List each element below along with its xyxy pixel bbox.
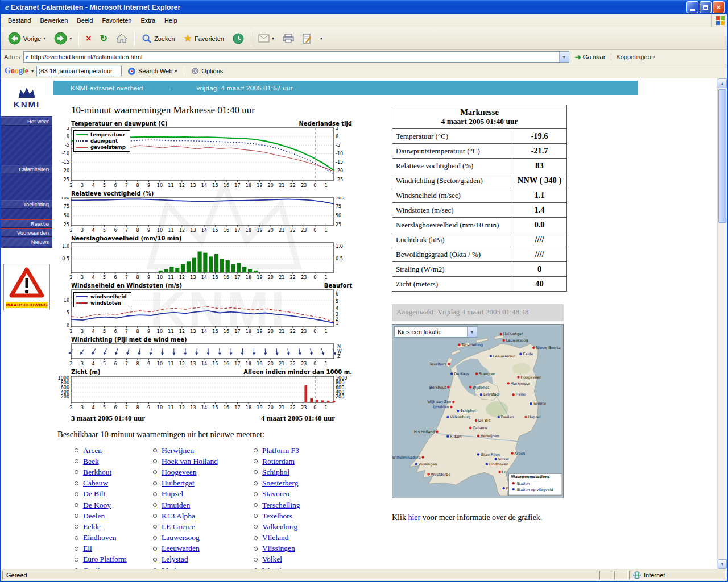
sidebar-item-toelichting[interactable]: Toelichting [1, 200, 52, 209]
bullet-icon [75, 525, 78, 529]
station-link[interactable]: Soesterberg [262, 479, 299, 488]
address-dropdown-icon[interactable]: ▼ [559, 52, 569, 62]
chart-title: Neerslaghoeveelheid (mm/10 min) [71, 235, 181, 242]
station-link[interactable]: Ell [83, 544, 92, 553]
chart-note: Alleen indien minder dan 1000 m. [243, 369, 352, 375]
scrollbar-thumb[interactable] [718, 89, 726, 223]
station-link[interactable]: Leeuwarden [162, 544, 200, 553]
sidebar-item-nieuws[interactable]: Nieuws [1, 238, 52, 246]
search-web-button[interactable]: Search Web ▾ [125, 66, 180, 77]
station-link[interactable]: Texelhors [262, 512, 292, 521]
refresh-button[interactable]: ↻ [97, 32, 111, 45]
station-link[interactable]: Deelen [83, 512, 105, 521]
bullet-icon [254, 503, 258, 507]
station-link[interactable]: Herwijnen [162, 446, 194, 455]
back-dropdown-icon[interactable]: ▾ [43, 36, 46, 41]
search-icon [142, 34, 152, 44]
location-select[interactable]: Kies een lokatie ▼ [394, 326, 477, 338]
menu-bestand[interactable]: Bestand [3, 15, 35, 26]
station-link[interactable]: Berkhout [83, 468, 111, 477]
links-menu[interactable]: Koppelingen » [611, 53, 655, 60]
mail-dropdown-icon[interactable]: ▾ [272, 36, 274, 41]
svg-text:20: 20 [268, 228, 274, 233]
stop-button[interactable]: × [82, 32, 94, 45]
scroll-down-button[interactable]: ▼ [718, 559, 727, 569]
station-link[interactable]: Schiphol [262, 468, 289, 477]
minimize-button[interactable] [686, 1, 698, 13]
go-button[interactable]: ➔ Ga naar [572, 52, 609, 63]
station-link[interactable]: Hupsel [162, 489, 183, 498]
select-chevron-down-icon[interactable]: ▼ [467, 327, 477, 337]
station-link[interactable]: Euro Platform [83, 555, 127, 564]
station-link[interactable]: Cabauw [83, 479, 108, 488]
station-link[interactable]: K13 Alpha [162, 512, 195, 521]
forward-button[interactable]: ▾ [51, 30, 75, 47]
favorites-button[interactable]: ★ Favorieten [180, 32, 228, 45]
search-web-dropdown-icon[interactable]: ▾ [175, 69, 177, 74]
history-button[interactable] [229, 31, 247, 47]
edit-button[interactable] [299, 31, 315, 46]
svg-text:5: 5 [67, 127, 69, 131]
svg-text:1: 1 [325, 405, 328, 410]
address-input[interactable] [31, 52, 559, 61]
close-button[interactable]: × [713, 1, 725, 13]
sidebar-item-voorwaarden[interactable]: Voorwaarden [1, 228, 52, 237]
station-link[interactable]: Hoogeveen [162, 468, 196, 477]
menu-beeld[interactable]: Beeld [72, 15, 97, 26]
station-link[interactable]: Beek [83, 457, 99, 466]
svg-text:21: 21 [279, 183, 284, 188]
station-link[interactable]: Stavoren [262, 489, 289, 498]
more-info-link[interactable]: hier [408, 513, 420, 522]
search-button[interactable]: Zoeken [138, 31, 179, 46]
station-link[interactable]: Vlissingen [262, 544, 295, 553]
station-link[interactable]: Valkenburg [262, 522, 297, 531]
station-link[interactable]: Hoek van Holland [162, 457, 218, 466]
station-link[interactable]: Eindhoven [83, 533, 117, 542]
station-link[interactable]: Geulhaven [83, 566, 116, 569]
station-link[interactable]: Platform F3 [262, 446, 299, 455]
scrollbar-track[interactable] [718, 88, 727, 559]
browser-viewport: KNMI Het weer Calamiteiten Toelichting R… [1, 78, 727, 569]
station-link[interactable]: Rotterdam [262, 457, 295, 466]
station-link[interactable]: Eelde [83, 522, 101, 531]
menu-extra[interactable]: Extra [136, 15, 160, 26]
mail-button[interactable]: ▾ [255, 32, 278, 45]
menu-help[interactable]: Help [160, 15, 182, 26]
sidebar-item-calamiteiten[interactable]: Calamiteiten [1, 165, 52, 173]
forward-dropdown-icon[interactable]: ▾ [69, 36, 72, 41]
map-station-dot [500, 333, 502, 335]
station-link[interactable]: Marknesse [162, 566, 195, 569]
station-link[interactable]: Westdorpe [262, 566, 295, 569]
station-link[interactable]: Huibertgat [162, 479, 195, 488]
station-link[interactable]: Arcen [83, 446, 102, 455]
legend-station-dot [512, 482, 514, 484]
station-list-item: Texelhors [254, 510, 345, 521]
google-dropdown-icon[interactable]: ▾ [31, 69, 34, 74]
home-button[interactable] [113, 31, 131, 46]
menu-bewerken[interactable]: Bewerken [35, 15, 72, 26]
google-options-button[interactable]: Options [188, 66, 226, 76]
station-link[interactable]: Volkel [262, 555, 282, 564]
maximize-button[interactable] [700, 1, 712, 13]
svg-text:5: 5 [103, 361, 106, 367]
svg-text:4: 4 [336, 306, 338, 311]
station-list-item: Soesterberg [254, 478, 345, 489]
station-link[interactable]: Lelystad [162, 555, 188, 564]
station-link[interactable]: Terschelling [262, 501, 300, 510]
sidebar-item-reactie[interactable]: Reactie [1, 219, 52, 228]
station-link[interactable]: De Bilt [83, 489, 105, 498]
back-button[interactable]: Vorige ▾ [5, 30, 49, 47]
station-link[interactable]: IJmuiden [162, 501, 190, 510]
print-button[interactable] [279, 31, 297, 45]
station-link[interactable]: De Kooy [83, 501, 111, 510]
menu-favorieten[interactable]: Favorieten [97, 15, 136, 26]
station-link[interactable]: Lauwersoog [162, 533, 200, 542]
map-station-dot [421, 456, 424, 458]
toolbar-more-button[interactable]: ▾ [317, 34, 326, 43]
station-link[interactable]: LE Goeree [162, 522, 195, 531]
sidebar-item-het-weer[interactable]: Het weer [1, 117, 52, 126]
scroll-up-button[interactable]: ▲ [718, 78, 727, 88]
station-link[interactable]: Vlieland [262, 533, 289, 542]
google-search-input[interactable] [36, 66, 122, 76]
svg-text:4: 4 [92, 183, 94, 188]
